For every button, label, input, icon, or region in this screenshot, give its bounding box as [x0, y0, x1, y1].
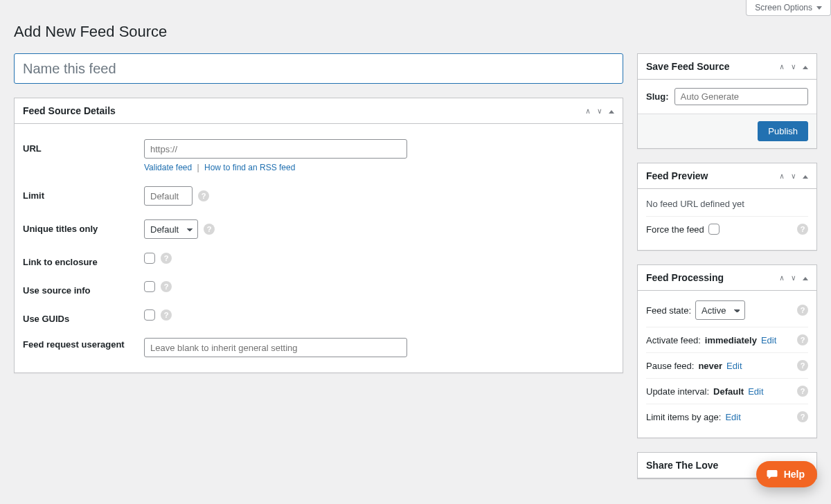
link-enclosure-checkbox[interactable]: [144, 253, 155, 264]
use-source-info-checkbox[interactable]: [144, 281, 155, 292]
box-toggle[interactable]: [800, 271, 811, 285]
update-interval-label: Update interval:: [646, 386, 709, 397]
save-feed-source-box: Save Feed Source ∧ ∨ Slug: Publish: [637, 53, 817, 149]
caret-up-icon: [803, 175, 808, 179]
help-fab-button[interactable]: Help: [756, 461, 817, 487]
pause-feed-edit-link[interactable]: Edit: [726, 361, 742, 371]
help-icon[interactable]: ?: [198, 190, 209, 201]
no-feed-message: No feed URL defined yet: [646, 199, 744, 209]
chevron-down-icon: ∨: [597, 107, 602, 116]
help-icon[interactable]: ?: [161, 281, 172, 292]
help-icon[interactable]: ?: [161, 253, 172, 264]
validate-feed-link[interactable]: Validate feed: [144, 163, 192, 172]
update-interval-value: Default: [713, 386, 744, 397]
limit-input[interactable]: [144, 186, 193, 206]
separator: |: [197, 163, 199, 172]
box-order-up[interactable]: ∧: [583, 104, 593, 118]
save-box-title: Save Feed Source: [638, 54, 738, 79]
use-guids-label: Use GUIDs: [23, 309, 144, 324]
unique-titles-select[interactable]: Default: [144, 219, 198, 239]
feed-processing-title: Feed Processing: [638, 265, 732, 290]
help-icon[interactable]: ?: [797, 386, 808, 397]
chevron-up-icon: ∧: [586, 107, 591, 116]
use-guids-checkbox[interactable]: [144, 309, 155, 321]
help-fab-label: Help: [784, 469, 805, 480]
box-toggle[interactable]: [800, 169, 811, 183]
help-icon[interactable]: ?: [797, 224, 808, 235]
chevron-up-icon: ∧: [780, 62, 785, 71]
chevron-up-icon: ∧: [780, 273, 785, 282]
pause-feed-value: never: [698, 361, 722, 371]
box-order-up[interactable]: ∧: [777, 271, 787, 285]
force-feed-label: Force the feed: [646, 224, 704, 235]
limit-label: Limit: [23, 186, 144, 201]
slug-input[interactable]: [674, 88, 809, 105]
box-order-up[interactable]: ∧: [777, 60, 787, 74]
help-icon[interactable]: ?: [204, 224, 215, 235]
slug-label: Slug:: [646, 91, 669, 102]
unique-titles-label: Unique titles only: [23, 219, 144, 234]
chevron-down-icon: ∨: [791, 273, 796, 282]
box-order-down[interactable]: ∨: [788, 271, 798, 285]
chevron-down-icon: ∨: [791, 172, 796, 181]
help-icon[interactable]: ?: [797, 334, 808, 345]
url-label: URL: [23, 139, 144, 154]
useragent-label: Feed request useragent: [23, 338, 144, 350]
box-order-down[interactable]: ∨: [788, 169, 798, 183]
caret-up-icon: [803, 277, 808, 280]
box-order-down[interactable]: ∨: [788, 60, 798, 74]
limit-age-edit-link[interactable]: Edit: [725, 412, 740, 422]
link-enclosure-label: Link to enclosure: [23, 253, 144, 267]
page-title: Add New Feed Source: [14, 23, 817, 41]
screen-options-label: Screen Options: [755, 3, 812, 12]
feed-preview-title: Feed Preview: [638, 163, 717, 188]
help-icon[interactable]: ?: [797, 411, 808, 422]
screen-options-toggle[interactable]: Screen Options: [746, 0, 831, 16]
chevron-down-icon: [816, 6, 822, 10]
help-icon[interactable]: ?: [797, 305, 808, 316]
chevron-up-icon: ∧: [780, 172, 785, 181]
url-input[interactable]: [144, 139, 407, 159]
help-icon[interactable]: ?: [161, 309, 172, 321]
help-icon[interactable]: ?: [797, 360, 808, 371]
box-order-up[interactable]: ∧: [777, 169, 787, 183]
limit-age-label: Limit items by age:: [646, 412, 721, 422]
feed-processing-box: Feed Processing ∧ ∨ Feed state: Active: [637, 264, 817, 438]
feed-state-label: Feed state:: [646, 305, 691, 316]
pause-feed-label: Pause feed:: [646, 361, 694, 371]
force-feed-checkbox[interactable]: [708, 224, 720, 235]
caret-up-icon: [609, 110, 614, 114]
feed-source-details-box: Feed Source Details ∧ ∨ URL Validate fee…: [14, 98, 623, 373]
share-box-title: Share The Love: [638, 453, 726, 478]
use-source-info-label: Use source info: [23, 281, 144, 296]
box-toggle[interactable]: [800, 60, 811, 73]
feed-source-details-title: Feed Source Details: [15, 98, 124, 123]
activate-feed-value: immediately: [705, 335, 757, 345]
chat-bubble-icon: [766, 468, 778, 480]
update-interval-edit-link[interactable]: Edit: [748, 386, 763, 397]
activate-feed-edit-link[interactable]: Edit: [761, 335, 776, 345]
publish-button[interactable]: Publish: [758, 121, 808, 141]
useragent-input[interactable]: [144, 338, 407, 357]
caret-up-icon: [803, 66, 808, 69]
feed-title-input[interactable]: [14, 53, 623, 84]
howto-rss-link[interactable]: How to find an RSS feed: [204, 163, 295, 172]
chevron-down-icon: ∨: [791, 62, 796, 71]
feed-state-select[interactable]: Active: [695, 300, 745, 320]
feed-preview-box: Feed Preview ∧ ∨ No feed URL defined yet…: [637, 163, 817, 251]
box-toggle[interactable]: [606, 104, 617, 118]
activate-feed-label: Activate feed:: [646, 335, 701, 345]
box-order-down[interactable]: ∨: [594, 104, 605, 118]
